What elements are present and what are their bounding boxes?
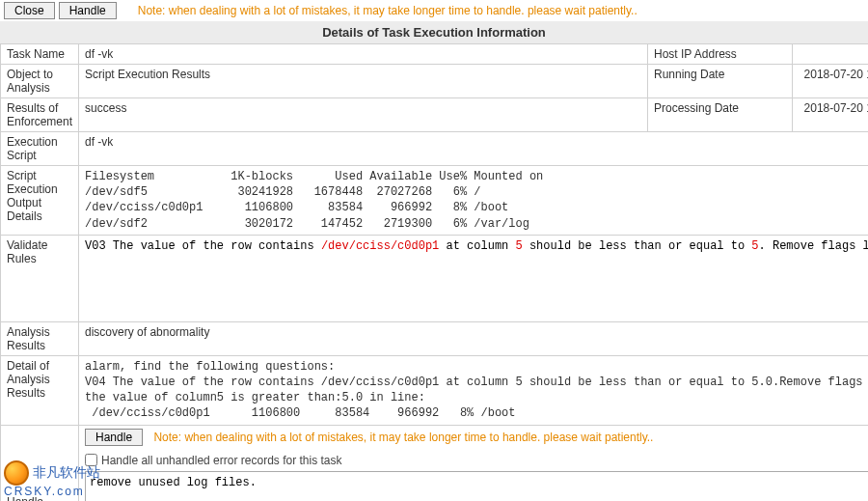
detail-pre: alarm, find the following questions: V04…: [85, 359, 868, 422]
handle-all-checkbox[interactable]: [85, 454, 97, 466]
handle-note: Note: when dealing with a lot of mistake…: [153, 431, 653, 444]
close-button[interactable]: Close: [4, 2, 55, 19]
value-results-enf: success: [79, 98, 648, 132]
handle-textarea[interactable]: [85, 471, 868, 502]
patience-note: Note: when dealing with a lot of mistake…: [138, 4, 637, 17]
handle-button-mid[interactable]: Handle: [85, 429, 143, 446]
handle-all-label: Handle all unhandled error records for t…: [101, 454, 341, 467]
value-running-date: 2018-07-20 16:16:30: [792, 65, 868, 98]
label-detail: Detail of Analysis Results: [1, 355, 79, 425]
validate-red3: 5: [751, 239, 758, 253]
label-exec-script: Execution Script: [1, 132, 79, 166]
value-task-name: df -vk: [79, 44, 648, 65]
label-output: Script Execution Output Details: [1, 166, 79, 236]
value-detail: alarm, find the following questions: V04…: [79, 355, 868, 425]
value-validate: V03 The value of the row contains /dev/c…: [79, 235, 868, 321]
validate-mid3: . Remove flags like: [759, 239, 868, 253]
value-analysis-results: discovery of abnormality: [79, 321, 868, 355]
validate-red1: /dev/cciss/c0d0p1: [321, 239, 439, 253]
validate-red2: 5: [516, 239, 523, 253]
value-host-ip: .50: [792, 44, 868, 65]
value-object: Script Execution Results: [79, 65, 648, 98]
label-validate: Validate Rules: [1, 235, 79, 321]
output-pre: Filesystem 1K-blocks Used Available Use%…: [85, 169, 868, 232]
validate-mid2: should be less than or equal to: [523, 239, 752, 253]
label-object: Object to Analysis: [1, 65, 79, 98]
label-handle: Handle: [1, 425, 79, 501]
label-analysis-results: Analysis Results: [1, 321, 79, 355]
label-host-ip: Host IP Address: [647, 44, 792, 65]
section-title: Details of Task Execution Information: [0, 21, 868, 43]
validate-text: V03 The value of the row contains: [85, 239, 321, 253]
label-processing-date: Processing Date: [647, 98, 792, 132]
value-output: Filesystem 1K-blocks Used Available Use%…: [79, 166, 868, 236]
handle-cell: Handle Note: when dealing with a lot of …: [79, 425, 868, 501]
value-processing-date: 2018-07-20 16:17:36: [792, 98, 868, 132]
value-exec-script: df -vk: [79, 132, 868, 166]
label-results-enf: Results of Enforcement: [1, 98, 79, 132]
details-table: Task Name df -vk Host IP Address .50 Obj…: [0, 43, 868, 501]
handle-button-top[interactable]: Handle: [59, 2, 117, 19]
label-running-date: Running Date: [647, 65, 792, 98]
validate-mid1: at column: [439, 239, 515, 253]
label-task-name: Task Name: [1, 44, 79, 65]
